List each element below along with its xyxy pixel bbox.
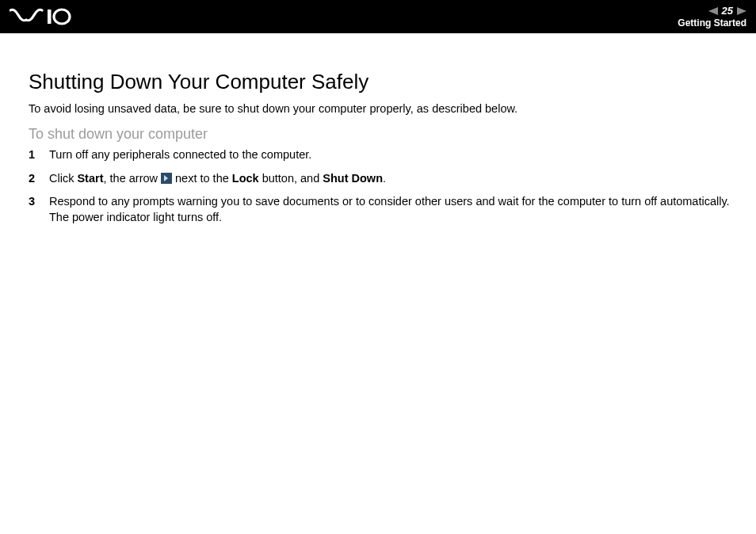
step-2-text-a: Click	[49, 172, 77, 185]
next-page-arrow-icon[interactable]	[737, 7, 746, 15]
subheading: To shut down your computer	[29, 126, 742, 143]
page-content: Shutting Down Your Computer Safely To av…	[0, 33, 756, 225]
prev-page-arrow-icon[interactable]	[708, 7, 718, 15]
page-title: Shutting Down Your Computer Safely	[29, 70, 742, 94]
step-3-text-a: Respond to any prompts warning you to sa…	[49, 195, 730, 208]
step-2-text-d: button, and	[259, 172, 323, 185]
step-2-start: Start	[77, 172, 103, 185]
step-2-text-e: .	[383, 172, 386, 185]
step-2-lock: Lock	[232, 172, 259, 185]
step-3-text-b: The power indicator light turns off.	[49, 211, 222, 223]
step-1-text: Turn off any peripherals connected to th…	[49, 148, 311, 161]
step-2-text-c: next to the	[172, 172, 232, 185]
header-right: 25 Getting Started	[678, 5, 746, 29]
steps-list: Turn off any peripherals connected to th…	[29, 147, 742, 225]
step-2-shutdown: Shut Down	[323, 172, 383, 185]
step-2: Click Start, the arrow next to the Lock …	[29, 171, 742, 187]
intro-text: To avoid losing unsaved data, be sure to…	[29, 102, 742, 115]
step-3: Respond to any prompts warning you to sa…	[29, 194, 742, 225]
section-name: Getting Started	[678, 17, 746, 29]
vaio-logo-svg	[10, 8, 89, 25]
page-nav: 25	[678, 5, 746, 17]
page-number: 25	[721, 5, 734, 17]
step-1: Turn off any peripherals connected to th…	[29, 147, 742, 163]
svg-rect-0	[48, 10, 52, 24]
step-2-text-b: , the arrow	[104, 172, 162, 185]
arrow-button-icon	[161, 173, 172, 184]
vaio-logo	[10, 8, 89, 25]
svg-point-1	[54, 10, 70, 24]
header-bar: 25 Getting Started	[0, 0, 756, 33]
